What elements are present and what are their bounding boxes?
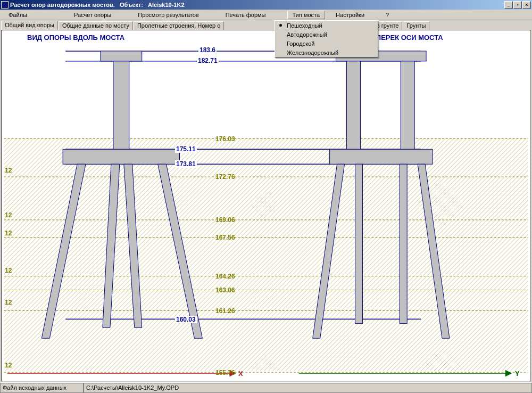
svg-marker-33 bbox=[506, 371, 511, 376]
dropdown-label: Железнодорожный bbox=[287, 50, 338, 56]
dropdown-label: Пешеходный bbox=[287, 22, 322, 29]
menubar: Файлы Расчет опоры Просмотр результатов … bbox=[0, 10, 532, 20]
soil-mark-1: 12 bbox=[5, 167, 12, 174]
svg-rect-27 bbox=[355, 164, 362, 323]
menu-files[interactable]: Файлы bbox=[3, 11, 32, 19]
menu-bridge-type[interactable]: Тип моста bbox=[287, 11, 326, 19]
statusbar: Файл исходных данных C:\Расчеты\Alleisk1… bbox=[0, 382, 532, 393]
titlebar: Расчет опор автодорожных мостов. Объект:… bbox=[0, 0, 532, 10]
svg-rect-17 bbox=[63, 149, 179, 164]
ground-163-06: 163.06 bbox=[214, 286, 236, 294]
ground-161-26: 161.26 bbox=[214, 307, 236, 315]
ground-164-26: 164.26 bbox=[214, 273, 236, 280]
app-icon bbox=[1, 1, 9, 9]
ground-167-56: 167.56 bbox=[214, 234, 236, 241]
menu-calc[interactable]: Расчет опоры bbox=[69, 11, 117, 19]
soil-mark-2: 12 bbox=[5, 211, 12, 219]
bridge-type-dropdown: Пешеходный Автодорожный Городской Железн… bbox=[275, 20, 378, 58]
elev-160-03: 160.03 bbox=[175, 316, 197, 323]
menu-print[interactable]: Печать формы bbox=[220, 11, 271, 19]
window-title: Расчет опор автодорожных мостов. Объект:… bbox=[10, 2, 504, 8]
status-file-path: C:\Расчеты\Alleisk10-1K2_My.OPD bbox=[84, 383, 532, 393]
ground-169-06: 169.06 bbox=[214, 216, 236, 224]
elev-182-71: 182.71 bbox=[197, 57, 219, 64]
svg-rect-25 bbox=[330, 149, 433, 164]
menu-help[interactable]: ? bbox=[380, 11, 394, 19]
maximize-button[interactable]: ▫ bbox=[513, 1, 522, 9]
svg-rect-24 bbox=[401, 61, 414, 149]
svg-rect-16 bbox=[113, 61, 129, 149]
dropdown-item-city[interactable]: Городской bbox=[275, 39, 378, 48]
tab-spans[interactable]: Пролетные строения, Номер о bbox=[134, 21, 224, 30]
dropdown-label: Городской bbox=[287, 40, 314, 47]
elev-183-6: 183.6 bbox=[198, 46, 217, 54]
soil-mark-4: 12 bbox=[5, 267, 12, 274]
tab-bridge-data[interactable]: Общие данные по мосту bbox=[59, 21, 133, 30]
drawing-canvas: ВИД ОПОРЫ ВДОЛЬ МОСТА Ы ПОПЕРЕК ОСИ МОСТ… bbox=[1, 30, 531, 381]
close-button[interactable]: × bbox=[522, 1, 531, 9]
soil-mark-6: 12 bbox=[5, 362, 12, 369]
tab-soils[interactable]: Грунты bbox=[403, 21, 429, 30]
tabbar: Общий вид опоры Общие данные по мосту Пр… bbox=[0, 20, 532, 30]
bridge-diagram-svg bbox=[2, 30, 530, 381]
ground-172-76: 172.76 bbox=[214, 173, 236, 181]
menu-view-results[interactable]: Просмотр результатов bbox=[132, 11, 204, 19]
tab-general-view[interactable]: Общий вид опоры bbox=[1, 21, 58, 30]
dropdown-label: Автодорожный bbox=[287, 31, 327, 38]
axis-y-label: Y bbox=[515, 370, 520, 378]
elev-173-81: 173.81 bbox=[175, 160, 197, 168]
svg-rect-23 bbox=[347, 61, 361, 149]
svg-rect-15 bbox=[101, 51, 142, 61]
bullet-icon bbox=[279, 24, 282, 27]
status-label: Файл исходных данных bbox=[0, 383, 84, 393]
minimize-button[interactable]: _ bbox=[504, 1, 513, 9]
menu-settings[interactable]: Настройки bbox=[330, 11, 370, 19]
soil-mark-3: 12 bbox=[5, 230, 12, 237]
soil-mark-5: 12 bbox=[5, 299, 12, 306]
ground-176-03: 176.03 bbox=[214, 135, 236, 143]
dropdown-item-road[interactable]: Автодорожный bbox=[275, 30, 378, 39]
dropdown-item-rail[interactable]: Железнодорожный bbox=[275, 48, 378, 57]
elev-175-11: 175.11 bbox=[175, 145, 197, 153]
ground-155-76: 155.76 bbox=[214, 369, 236, 376]
dropdown-item-pedestrian[interactable]: Пешеходный bbox=[275, 21, 378, 30]
svg-rect-28 bbox=[400, 164, 407, 323]
axis-x-label: X bbox=[238, 370, 243, 378]
